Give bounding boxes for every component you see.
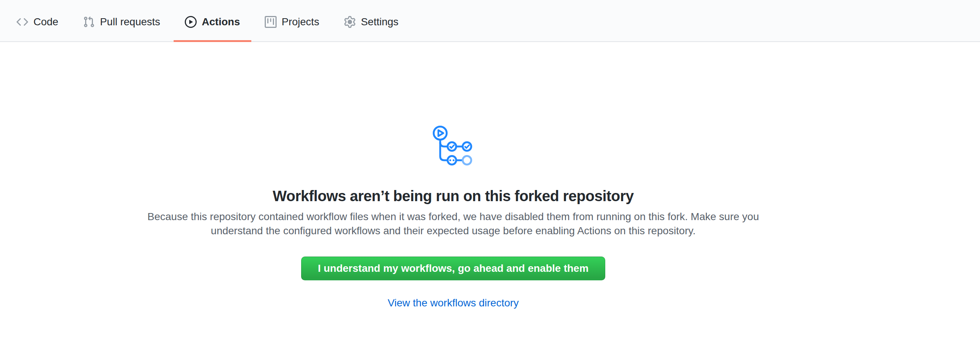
workflow-illustration-icon	[433, 125, 474, 167]
play-circle-icon	[185, 16, 197, 28]
git-pull-request-icon	[83, 16, 95, 28]
tab-pull-requests[interactable]: Pull requests	[72, 0, 172, 41]
tab-actions-label: Actions	[202, 17, 240, 27]
blankslate: Workflows aren’t being run on this forke…	[126, 42, 780, 309]
tab-projects-label: Projects	[282, 17, 319, 27]
enable-workflows-button[interactable]: I understand my workflows, go ahead and …	[301, 257, 605, 280]
tab-projects[interactable]: Projects	[253, 0, 331, 41]
repo-nav: Code Pull requests Actions Projects Sett…	[0, 0, 980, 42]
view-workflows-directory-link[interactable]: View the workflows directory	[388, 297, 519, 309]
code-icon	[16, 16, 28, 28]
tab-pull-requests-label: Pull requests	[100, 17, 160, 27]
blankslate-description: Because this repository contained workfl…	[145, 210, 762, 238]
actions-disabled-page: Workflows aren’t being run on this forke…	[0, 42, 980, 350]
tab-actions[interactable]: Actions	[173, 0, 251, 41]
tab-code[interactable]: Code	[5, 0, 70, 41]
project-board-icon	[265, 16, 277, 28]
tab-settings[interactable]: Settings	[333, 0, 410, 41]
blankslate-heading: Workflows aren’t being run on this forke…	[272, 187, 633, 205]
tab-code-label: Code	[33, 17, 58, 27]
gear-icon	[344, 16, 356, 28]
tab-settings-label: Settings	[361, 17, 399, 27]
